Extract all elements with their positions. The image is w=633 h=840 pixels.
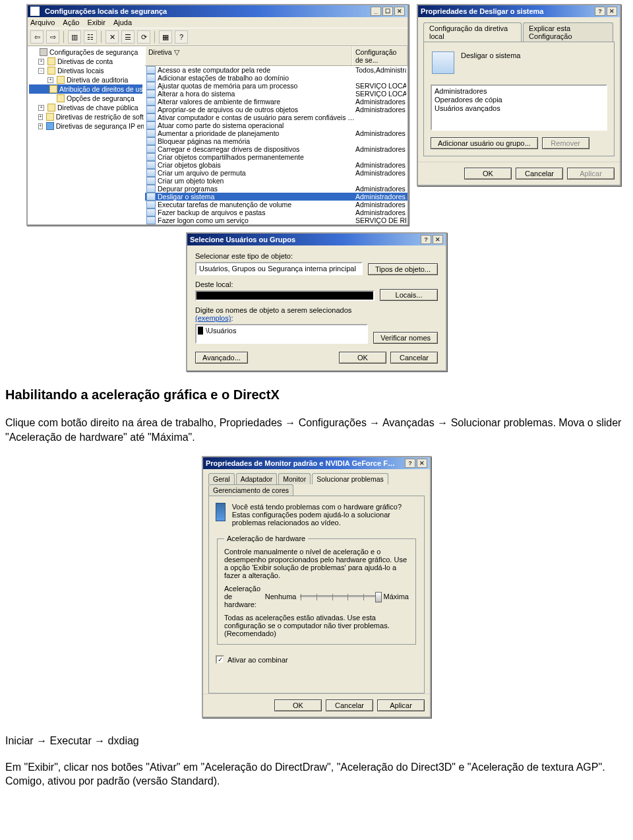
menu-acao[interactable]: Ação — [63, 18, 79, 26]
hardware-accel-slider[interactable] — [300, 595, 379, 598]
tab-gerenciamento-de-cores[interactable]: Gerenciamento de cores — [208, 484, 293, 496]
tree-toggle-icon[interactable]: + — [47, 77, 53, 83]
policy-row[interactable]: Criar um arquivo de permutaAdministrador… — [145, 169, 407, 177]
tab-explain[interactable]: Explicar esta Configuração — [523, 22, 613, 42]
separator — [154, 31, 155, 43]
locations-button[interactable]: Locais... — [380, 289, 438, 301]
checkbox-box[interactable]: ✓ — [216, 655, 224, 664]
menu-exibir[interactable]: Exibir — [87, 18, 106, 26]
policy-setting: Administradores — [355, 169, 406, 177]
policy-row[interactable]: Acesso a este computador pela redeTodos,… — [145, 66, 407, 74]
delete-button[interactable]: ✕ — [106, 30, 119, 44]
policy-row[interactable]: Apropriar-se de arquivos ou de outros ob… — [145, 106, 407, 113]
policy-name: Aumentar a prioridade de planejamento — [158, 129, 355, 137]
apply-button[interactable]: Aplicar — [567, 168, 615, 179]
policy-row[interactable]: Fazer logon como um serviçoSERVIÇO DE RE… — [145, 216, 407, 224]
help-button[interactable]: ? — [405, 459, 415, 468]
tree-toggle-icon[interactable]: + — [38, 123, 43, 129]
check-names-button[interactable]: Verificar nomes — [373, 332, 438, 344]
tree-toggle-icon[interactable]: + — [38, 59, 44, 65]
policy-row[interactable]: Ajustar quotas de memória para um proces… — [145, 82, 407, 90]
tree-item[interactable]: +Diretivas de chave pública — [29, 103, 142, 112]
cancel-button[interactable]: Cancelar — [390, 352, 438, 364]
member-item[interactable]: Administradores — [435, 87, 603, 96]
object-names-textbox[interactable]: \Usuários — [195, 324, 368, 344]
tree-item[interactable]: +Diretivas de segurança IP em Computado — [29, 121, 142, 131]
tab-local-setting[interactable]: Configuração da diretiva local — [423, 22, 522, 42]
slider-thumb[interactable] — [375, 592, 382, 602]
tree-item[interactable]: -Diretivas locais — [29, 66, 142, 75]
tab-geral[interactable]: Geral — [208, 473, 235, 484]
members-listbox[interactable]: AdministradoresOperadores de cópiaUsuári… — [431, 84, 607, 131]
policy-row[interactable]: Ativar computador e contas de usuário pa… — [145, 113, 407, 121]
col-directiva[interactable]: Diretiva ▽ — [145, 46, 352, 65]
tree-item[interactable]: Opções de segurança — [29, 94, 142, 103]
add-user-group-button[interactable]: Adicionar usuário ou grupo... — [431, 137, 538, 149]
help-button[interactable]: ? — [421, 235, 431, 244]
showhide-button[interactable]: ☷ — [84, 30, 97, 44]
properties-button[interactable]: ☰ — [121, 30, 135, 44]
policy-row[interactable]: Depurar programasAdministradores — [145, 185, 407, 193]
policy-row[interactable]: Carregar e descarregar drivers de dispos… — [145, 145, 407, 153]
forward-button[interactable]: ⇨ — [46, 30, 59, 44]
close-button[interactable]: ✕ — [394, 7, 405, 16]
policy-row[interactable]: Executar tarefas de manutenção de volume… — [145, 201, 407, 209]
apply-button[interactable]: Aplicar — [377, 699, 425, 711]
tree-item[interactable]: +Diretiva de auditoria — [29, 75, 142, 84]
cancel-button[interactable]: Cancelar — [326, 699, 373, 711]
policy-row[interactable]: Alterar valores de ambiente de firmwareA… — [145, 98, 407, 106]
policy-row[interactable]: Criar objetos compartilhados permanentem… — [145, 153, 407, 161]
policy-row[interactable]: Bloquear páginas na memória — [145, 137, 407, 145]
export-button[interactable]: ▦ — [159, 30, 172, 44]
ok-button[interactable]: OK — [339, 352, 386, 364]
policy-row[interactable]: Atuar como parte do sistema operacional — [145, 121, 407, 129]
object-types-button[interactable]: Tipos de objeto... — [368, 263, 438, 275]
remove-button[interactable]: Remover — [542, 137, 589, 149]
policy-row[interactable]: Desligar o sistemaAdministradores,Us... — [145, 193, 407, 201]
up-button[interactable]: ▥ — [68, 30, 81, 44]
policy-row[interactable]: Criar objetos globaisAdministradores,SE.… — [145, 161, 407, 169]
prop-title: Propriedades de Desligar o sistema — [421, 7, 543, 15]
tree-item[interactable]: Configurações de segurança — [29, 48, 142, 57]
secpol-tree[interactable]: Configurações de segurança+Diretivas de … — [28, 46, 145, 224]
tab-monitor[interactable]: Monitor — [278, 473, 311, 484]
cancel-button[interactable]: Cancelar — [516, 168, 563, 179]
ok-button[interactable]: OK — [274, 699, 322, 711]
tab-solucionar-problemas[interactable]: Solucionar problemas — [312, 473, 388, 484]
policy-row[interactable]: Adicionar estações de trabalho ao domíni… — [145, 74, 407, 82]
tree-toggle-icon[interactable]: + — [38, 114, 43, 120]
member-item[interactable]: Operadores de cópia — [435, 96, 603, 104]
object-type-field[interactable]: Usuários, Grupos ou Segurança interna pr… — [195, 262, 363, 275]
tree-toggle-icon[interactable]: + — [38, 105, 44, 111]
examples-link[interactable]: (exemplos) — [195, 314, 231, 322]
secpol-list[interactable]: Diretiva ▽ Configuração de se... Acesso … — [145, 46, 407, 224]
policy-name: Criar objetos compartilhados permanentem… — [158, 153, 355, 161]
policy-row[interactable]: Criar um objeto token — [145, 177, 407, 185]
policy-row[interactable]: Aumentar a prioridade de planejamentoAdm… — [145, 129, 407, 137]
back-button[interactable]: ⇦ — [30, 30, 44, 44]
help-button[interactable]: ? — [595, 7, 605, 16]
tree-item[interactable]: +Diretivas de conta — [29, 57, 142, 66]
policy-row[interactable]: Alterar a hora do sistemaSERVIÇO LOCAL,A… — [145, 90, 407, 98]
col-config[interactable]: Configuração de se... — [352, 46, 407, 65]
close-button[interactable]: ✕ — [417, 459, 427, 468]
tree-item[interactable]: +Diretivas de restrição de software — [29, 112, 142, 121]
close-button[interactable]: ✕ — [433, 235, 443, 244]
member-item[interactable]: Usuários avançados — [435, 104, 603, 113]
help-button[interactable]: ? — [175, 30, 188, 44]
list-header[interactable]: Diretiva ▽ Configuração de se... — [145, 46, 407, 66]
from-location-field[interactable] — [195, 290, 375, 301]
ok-button[interactable]: OK — [464, 168, 512, 179]
tree-toggle-icon[interactable]: - — [38, 68, 44, 74]
menu-ajuda[interactable]: Ajuda — [113, 18, 132, 26]
enable-write-combining-checkbox[interactable]: ✓ Ativar ao combinar — [216, 655, 288, 664]
menu-arquivo[interactable]: Arquivo — [30, 18, 55, 26]
advanced-button[interactable]: Avançado... — [195, 352, 248, 364]
refresh-button[interactable]: ⟳ — [137, 30, 150, 44]
minimize-button[interactable]: _ — [371, 7, 381, 16]
maximize-button[interactable]: ☐ — [382, 7, 393, 16]
policy-row[interactable]: Fazer backup de arquivos e pastasAdminis… — [145, 209, 407, 216]
close-button[interactable]: ✕ — [607, 7, 617, 16]
tree-item[interactable]: Atribuição de direitos de usuário — [29, 84, 142, 94]
tab-adaptador[interactable]: Adaptador — [236, 473, 277, 484]
